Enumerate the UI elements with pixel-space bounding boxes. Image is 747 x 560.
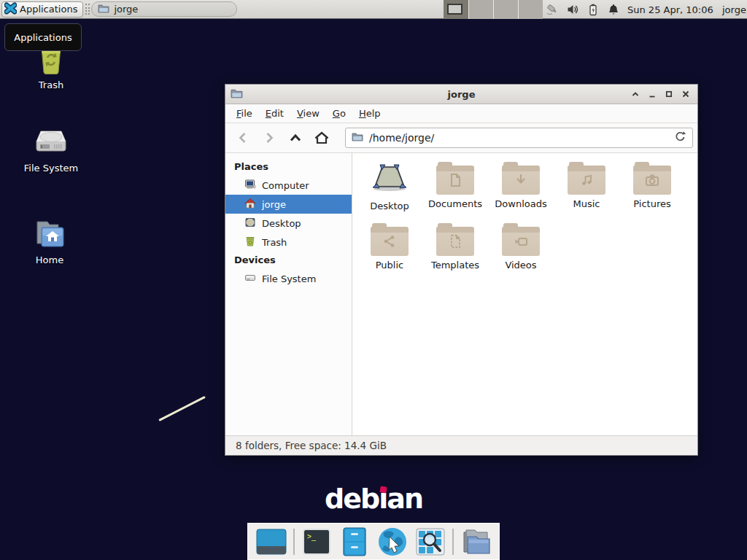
desktop-icon-home[interactable]: Home xyxy=(15,219,85,265)
file-item-videos[interactable]: Videos xyxy=(488,222,554,283)
battery-icon[interactable] xyxy=(587,3,600,16)
dock-separator xyxy=(452,529,454,555)
file-item-label: Pictures xyxy=(633,198,670,209)
documents-folder-icon xyxy=(436,162,474,195)
panel-username[interactable]: jorge xyxy=(722,0,746,19)
window-main-area: Places Computer xyxy=(225,153,697,435)
path-text[interactable]: /home/jorge/ xyxy=(369,132,668,144)
sidebar-item-trash[interactable]: Trash xyxy=(225,233,352,252)
status-bar: 8 folders, Free space: 14.4 GiB xyxy=(225,435,697,455)
desktop-trapezoid-icon xyxy=(370,160,409,198)
desktop-icon-label: Home xyxy=(36,254,63,265)
sidebar-item-desktop[interactable]: Desktop xyxy=(225,214,352,233)
file-item-templates[interactable]: Templates xyxy=(422,222,488,283)
desktop-icon-label: Trash xyxy=(39,79,63,90)
desktop-icon-label: File System xyxy=(24,163,78,174)
file-item-documents[interactable]: Documents xyxy=(422,160,488,222)
sidebar-item-label: jorge xyxy=(262,199,286,210)
up-button[interactable] xyxy=(287,129,304,147)
file-item-label: Music xyxy=(573,198,600,209)
menu-edit[interactable]: Edit xyxy=(259,106,290,121)
workspace-3[interactable] xyxy=(493,0,518,19)
templates-folder-icon xyxy=(436,223,474,257)
applications-menu-label: Applications xyxy=(20,4,77,15)
pictures-folder-icon xyxy=(633,162,671,195)
window-title: jorge xyxy=(448,89,476,100)
close-button[interactable] xyxy=(681,89,691,99)
sidebar-item-label: Desktop xyxy=(262,218,301,229)
file-item-desktop[interactable]: Desktop xyxy=(357,160,422,222)
sidebar-item-computer[interactable]: Computer xyxy=(225,176,352,195)
file-item-label: Desktop xyxy=(370,201,409,211)
debian-logo-text: debian xyxy=(325,483,422,515)
shade-button[interactable] xyxy=(630,89,640,99)
tooltip-text: Applications xyxy=(14,32,71,43)
file-item-label: Documents xyxy=(428,198,482,209)
sidebar-item-label: Trash xyxy=(262,237,287,248)
taskbar-window-button[interactable]: jorge xyxy=(91,1,237,17)
computer-icon xyxy=(244,179,256,192)
panel-grip-handle[interactable] xyxy=(85,4,90,15)
volume-icon[interactable] xyxy=(566,3,579,16)
downloads-folder-icon xyxy=(502,162,540,195)
sidebar-item-file-system[interactable]: File System xyxy=(225,269,352,288)
maximize-button[interactable] xyxy=(664,89,674,99)
reload-icon[interactable] xyxy=(674,131,686,145)
file-manager-cabinet-icon[interactable] xyxy=(338,526,371,558)
file-item-public[interactable]: Public xyxy=(357,222,422,283)
terminal-icon[interactable]: >_ xyxy=(301,526,333,558)
files-grid: Desktop Documents xyxy=(352,153,697,435)
forward-button[interactable] xyxy=(260,129,278,147)
system-tray xyxy=(546,0,620,19)
places-header: Places xyxy=(225,158,352,176)
top-panel: Applications jorge xyxy=(0,0,747,19)
file-item-downloads[interactable]: Downloads xyxy=(488,160,554,222)
menu-help[interactable]: Help xyxy=(352,106,387,121)
home-button[interactable] xyxy=(313,129,330,147)
window-titlebar[interactable]: jorge xyxy=(225,85,697,104)
home-folder-icon xyxy=(33,219,66,252)
web-browser-globe-icon[interactable] xyxy=(376,526,409,558)
app-finder-icon[interactable] xyxy=(414,526,446,558)
workspace-2[interactable] xyxy=(468,0,493,19)
home-icon xyxy=(244,198,256,211)
minimize-button[interactable] xyxy=(647,89,657,99)
path-folder-icon xyxy=(352,132,363,144)
workspace-1[interactable] xyxy=(444,0,468,19)
debian-logo: debian xyxy=(325,483,422,515)
window-controls xyxy=(630,89,697,99)
applications-menu-button[interactable]: Applications xyxy=(1,1,83,18)
desktop-icon-file-system[interactable]: File System xyxy=(16,125,86,174)
file-item-music[interactable]: Music xyxy=(554,160,619,222)
workspace-4[interactable] xyxy=(518,0,543,19)
toolbar: /home/jorge/ xyxy=(225,123,697,153)
desktop-background: Applications jorge xyxy=(0,0,747,560)
desktop-pad-icon xyxy=(244,217,256,230)
devices-header: Devices xyxy=(225,252,352,269)
status-text: 8 folders, Free space: 14.4 GiB xyxy=(236,440,387,451)
debian-red-dot xyxy=(379,486,387,493)
file-item-label: Videos xyxy=(505,260,536,271)
panel-clock[interactable]: Sun 25 Apr, 10:06 xyxy=(627,0,713,19)
file-item-pictures[interactable]: Pictures xyxy=(619,160,685,222)
directory-menu-folder-icon[interactable] xyxy=(460,526,492,558)
menu-view[interactable]: View xyxy=(290,106,326,121)
menu-file[interactable]: File xyxy=(230,106,259,121)
applications-tooltip: Applications xyxy=(4,23,82,51)
back-button[interactable] xyxy=(234,129,252,147)
file-item-label: Downloads xyxy=(495,198,546,209)
sidebar-item-label: File System xyxy=(262,273,316,284)
public-folder-icon xyxy=(371,223,409,257)
show-desktop-icon[interactable] xyxy=(255,526,287,558)
path-bar[interactable]: /home/jorge/ xyxy=(345,128,693,148)
sidebar-item-jorge[interactable]: jorge xyxy=(225,195,352,214)
svg-text:>_: >_ xyxy=(307,532,317,541)
workspace-switcher xyxy=(444,0,543,19)
dock-panel: >_ xyxy=(247,523,500,560)
dock-separator xyxy=(293,529,295,555)
network-icon[interactable] xyxy=(546,3,559,16)
menu-go[interactable]: Go xyxy=(326,106,352,121)
file-item-label: Public xyxy=(376,260,403,271)
xfce-logo-icon xyxy=(4,2,17,17)
notifications-bell-icon[interactable] xyxy=(607,3,620,16)
